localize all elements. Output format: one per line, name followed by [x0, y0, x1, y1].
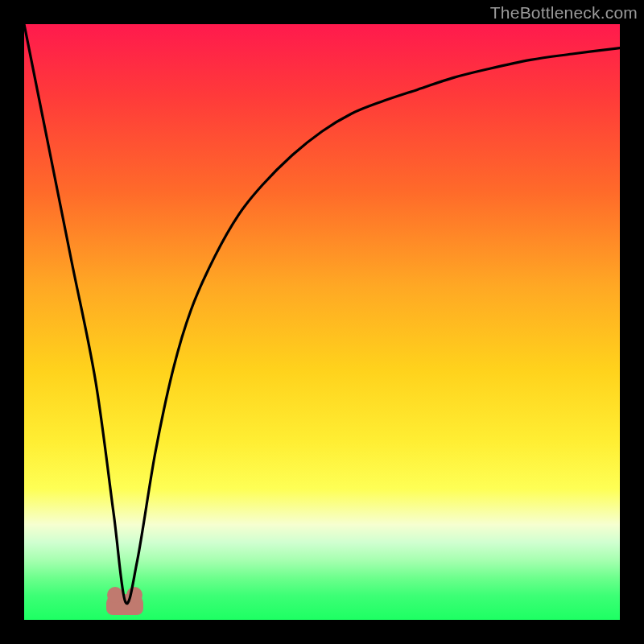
bottleneck-curve: [24, 24, 620, 620]
chart-frame: TheBottleneck.com: [0, 0, 644, 644]
plot-area: [24, 24, 620, 620]
watermark-text: TheBottleneck.com: [490, 3, 638, 23]
